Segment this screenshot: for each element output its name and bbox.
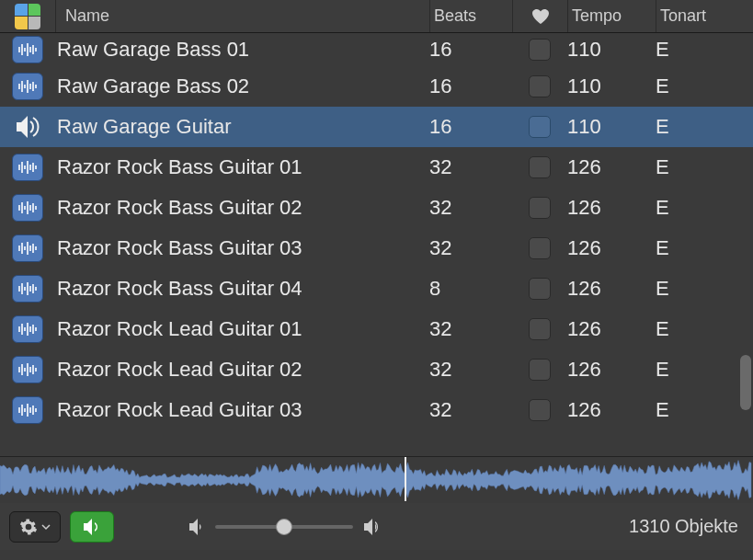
loop-name: Razor Rock Bass Guitar 01: [55, 155, 429, 179]
quad-color-icon: [15, 4, 40, 29]
favorite-checkbox[interactable]: [529, 75, 551, 97]
preview-play-button[interactable]: [70, 511, 114, 543]
loop-beats: 16: [429, 74, 512, 98]
loop-row[interactable]: Razor Rock Bass Guitar 0232126E: [0, 188, 753, 228]
loop-row[interactable]: Razor Rock Lead Guitar 0132126E: [0, 309, 753, 349]
favorite-checkbox[interactable]: [529, 197, 551, 219]
loop-tempo: 126: [567, 398, 656, 422]
favorite-checkbox[interactable]: [529, 156, 551, 178]
column-header-beats[interactable]: Beats: [429, 0, 512, 32]
object-count: 1310 Objekte: [629, 516, 744, 537]
column-header-key[interactable]: Tonart: [656, 0, 735, 32]
chevron-down-icon: [41, 522, 51, 531]
loop-key: E: [656, 74, 735, 98]
loop-key: E: [656, 115, 735, 139]
audio-loop-icon: [12, 315, 43, 343]
loop-beats: 32: [429, 358, 512, 382]
loop-key: E: [656, 358, 735, 382]
playhead[interactable]: [405, 457, 406, 501]
now-playing-icon: [12, 113, 43, 141]
loop-beats: 32: [429, 196, 512, 220]
loop-row[interactable]: Raw Garage Bass 0116110E: [0, 33, 753, 66]
waveform-preview[interactable]: [0, 456, 753, 502]
favorite-checkbox[interactable]: [529, 359, 551, 381]
audio-loop-icon: [12, 275, 43, 303]
loop-tempo: 126: [567, 358, 656, 382]
loop-name: Razor Rock Lead Guitar 01: [55, 317, 429, 341]
audio-loop-icon: [12, 154, 43, 181]
loop-name: Razor Rock Bass Guitar 02: [55, 196, 429, 220]
loop-list: Raw Garage Bass 0116110ERaw Garage Bass …: [0, 33, 753, 456]
loop-tempo: 110: [567, 74, 656, 98]
volume-slider[interactable]: [215, 525, 353, 529]
column-header-favorite[interactable]: [512, 0, 567, 32]
loop-tempo: 126: [567, 277, 656, 301]
loop-beats: 16: [429, 115, 512, 139]
loop-beats: 16: [429, 38, 512, 62]
loop-row[interactable]: Raw Garage Guitar16110E: [0, 107, 753, 147]
loop-beats: 32: [429, 155, 512, 179]
audio-loop-icon: [12, 194, 43, 222]
loop-tempo: 110: [567, 115, 656, 139]
column-header-name[interactable]: Name: [55, 0, 429, 32]
loop-row[interactable]: Raw Garage Bass 0216110E: [0, 66, 753, 107]
loop-key: E: [656, 236, 735, 260]
loop-name: Raw Garage Guitar: [55, 115, 429, 139]
column-header-row: Name Beats Tempo Tonart: [0, 0, 753, 33]
loop-key: E: [656, 155, 735, 179]
settings-menu-button[interactable]: [9, 511, 61, 543]
loop-tempo: 126: [567, 236, 656, 260]
heart-icon: [531, 8, 550, 25]
loop-row[interactable]: Razor Rock Lead Guitar 0232126E: [0, 349, 753, 390]
favorite-checkbox[interactable]: [529, 278, 551, 300]
favorite-checkbox[interactable]: [529, 318, 551, 340]
loop-beats: 32: [429, 398, 512, 422]
loop-row[interactable]: Razor Rock Bass Guitar 048126E: [0, 269, 753, 309]
favorite-checkbox[interactable]: [529, 39, 551, 61]
loop-name: Razor Rock Bass Guitar 03: [55, 236, 429, 260]
loop-name: Razor Rock Lead Guitar 02: [55, 358, 429, 382]
loop-row[interactable]: Razor Rock Lead Guitar 0332126E: [0, 390, 753, 430]
loop-beats: 32: [429, 236, 512, 260]
loop-row[interactable]: Razor Rock Bass Guitar 0332126E: [0, 228, 753, 269]
volume-control: [188, 518, 384, 536]
column-header-tempo[interactable]: Tempo: [567, 0, 656, 32]
footer-toolbar: 1310 Objekte: [0, 502, 753, 550]
favorite-checkbox[interactable]: [529, 237, 551, 259]
audio-loop-icon: [12, 234, 43, 262]
loop-name: Raw Garage Bass 01: [55, 38, 429, 62]
loop-beats: 32: [429, 317, 512, 341]
loop-tempo: 126: [567, 155, 656, 179]
loop-tempo: 126: [567, 196, 656, 220]
gear-icon: [19, 518, 38, 536]
volume-slider-knob[interactable]: [276, 519, 292, 535]
loop-key: E: [656, 277, 735, 301]
loop-key: E: [656, 196, 735, 220]
audio-loop-icon: [12, 396, 43, 424]
loop-key: E: [656, 317, 735, 341]
loop-name: Razor Rock Lead Guitar 03: [55, 398, 429, 422]
vertical-scrollbar-thumb[interactable]: [740, 355, 751, 410]
loop-tempo: 126: [567, 317, 656, 341]
browser-mode-button[interactable]: [0, 4, 55, 29]
loop-row[interactable]: Razor Rock Bass Guitar 0132126E: [0, 147, 753, 188]
audio-loop-icon: [12, 36, 43, 63]
favorite-checkbox[interactable]: [529, 116, 551, 138]
loop-tempo: 110: [567, 38, 656, 62]
audio-loop-icon: [12, 73, 43, 100]
favorite-checkbox[interactable]: [529, 399, 551, 421]
volume-high-icon: [362, 518, 384, 536]
loop-name: Razor Rock Bass Guitar 04: [55, 277, 429, 301]
speaker-icon: [82, 518, 102, 536]
loop-key: E: [656, 398, 735, 422]
audio-loop-icon: [12, 356, 43, 383]
loop-name: Raw Garage Bass 02: [55, 74, 429, 98]
loop-key: E: [656, 38, 735, 62]
volume-low-icon: [188, 519, 206, 535]
loop-beats: 8: [429, 277, 512, 301]
